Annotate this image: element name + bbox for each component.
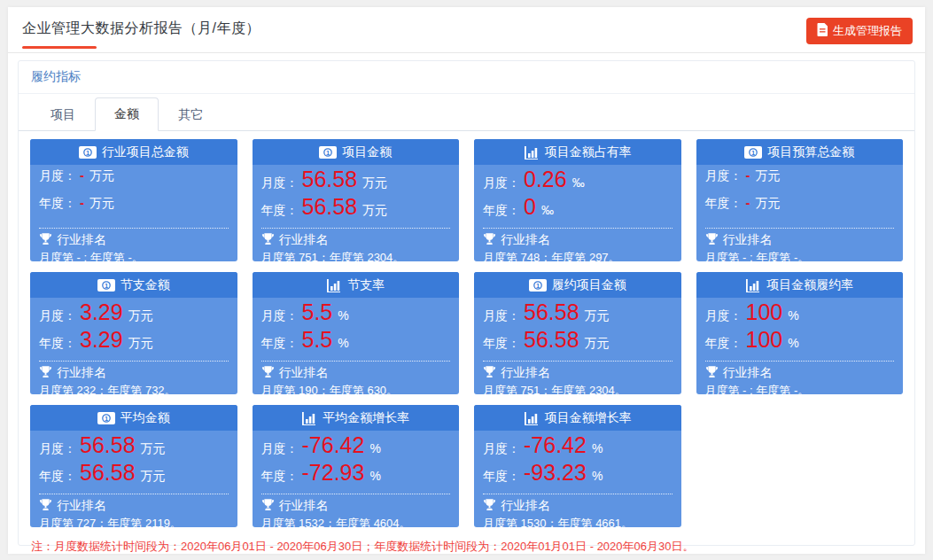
industry-rank-title: 行业排名 — [483, 232, 673, 248]
bar-chart-icon — [326, 278, 342, 292]
month-label: 月度： — [705, 168, 743, 184]
year-value: -72.93 — [302, 462, 365, 484]
year-label: 年度： — [261, 336, 299, 352]
metric-card-title: 项目金额 — [342, 144, 392, 160]
month-unit: % — [788, 308, 798, 323]
year-label: 年度： — [705, 336, 743, 352]
industry-rank-title: 行业排名 — [39, 232, 229, 248]
trophy-icon — [39, 232, 52, 248]
metric-card: 1 节支率 月度： 5.5 % 年度： — [253, 272, 460, 394]
industry-rank-title: 行业排名 — [705, 232, 895, 248]
month-metric-row: 月度： - 万元 — [39, 168, 229, 196]
metric-card-header: 1 平均金额增长率 — [253, 405, 460, 431]
metric-card: 1 平均金额增长率 月度： -76.42 % 年度： — [253, 405, 460, 527]
year-value: 3.29 — [80, 329, 123, 351]
year-metric-row: 年度： 56.58 万元 — [261, 196, 451, 223]
industry-rank-title: 行业排名 — [39, 365, 229, 381]
industry-rank-title: 行业排名 — [261, 232, 451, 248]
industry-rank-label: 行业排名 — [57, 498, 106, 514]
money-icon: 1 — [97, 412, 115, 424]
trophy-icon — [39, 498, 52, 514]
money-icon: 1 — [529, 279, 547, 292]
year-label: 年度： — [483, 336, 520, 352]
generate-report-button[interactable]: 生成管理报告 — [806, 18, 913, 44]
year-label: 年度： — [39, 196, 76, 212]
month-unit: 万元 — [141, 441, 166, 457]
industry-rank-title: 行业排名 — [483, 365, 673, 381]
month-metric-row: 月度： -76.42 % — [261, 434, 451, 462]
industry-rank-text: 月度第 1530；年度第 4661。 — [483, 516, 673, 527]
metric-card-header: 1 项目预算总金额 — [696, 139, 904, 165]
month-value: 100 — [746, 301, 783, 323]
dotted-divider — [39, 361, 229, 362]
month-metric-row: 月度： 5.5 % — [261, 301, 451, 329]
document-icon — [817, 23, 828, 39]
trophy-icon — [261, 232, 275, 248]
metric-card-title: 项目金额占有率 — [545, 144, 632, 160]
industry-rank-label: 行业排名 — [501, 232, 550, 248]
year-metric-row: 年度： -72.93 % — [261, 462, 451, 489]
svg-text:1: 1 — [326, 148, 330, 156]
year-label: 年度： — [261, 469, 299, 485]
year-value: 56.58 — [524, 329, 579, 351]
metric-card-title: 行业项目总金额 — [102, 144, 189, 160]
year-label: 年度： — [39, 469, 76, 485]
dotted-divider — [261, 361, 451, 362]
bar-chart-icon — [745, 278, 761, 292]
month-value: - — [746, 168, 750, 182]
month-label: 月度： — [261, 441, 299, 457]
month-unit: 万元 — [585, 308, 610, 324]
industry-rank-text: 月度第 190；年度第 630。 — [261, 383, 451, 394]
industry-rank-text: 月度第 - ; 年度第 -。 — [39, 250, 229, 261]
industry-rank-text: 月度第 232；年度第 732。 — [39, 383, 229, 394]
metric-card: 1 行业项目总金额 月度： - 万元 年度： — [30, 139, 237, 261]
industry-rank-text: 月度第 751；年度第 2304。 — [261, 250, 451, 261]
year-value: -93.23 — [524, 462, 587, 484]
dotted-divider — [483, 494, 673, 494]
svg-text:1: 1 — [105, 281, 108, 289]
year-unit: 万元 — [585, 336, 610, 352]
tab-其它[interactable]: 其它 — [159, 98, 222, 131]
year-metric-row: 年度： -93.23 % — [483, 462, 673, 489]
month-unit: % — [338, 308, 348, 323]
tab-项目[interactable]: 项目 — [31, 98, 95, 131]
footnote: 注：月度数据统计时间段为：2020年06月01日 - 2020年06月30日；年… — [19, 527, 914, 555]
money-icon: 1 — [79, 146, 97, 159]
industry-rank-label: 行业排名 — [501, 498, 550, 514]
month-value: 5.5 — [302, 301, 333, 323]
money-icon: 1 — [97, 279, 115, 292]
industry-rank-title: 行业排名 — [261, 498, 451, 514]
metric-card-body: 月度： 0.26 ‰ 年度： 0 ‰ — [474, 165, 681, 261]
month-unit: 万元 — [128, 308, 153, 324]
svg-text:1: 1 — [86, 148, 89, 156]
industry-rank-label: 行业排名 — [723, 365, 773, 381]
month-label: 月度： — [39, 441, 76, 457]
month-value: 56.58 — [302, 168, 358, 191]
month-value: 56.58 — [80, 434, 136, 456]
tab-bar: 项目 金额 其它 — [19, 94, 914, 131]
month-metric-row: 月度： -76.42 % — [483, 434, 673, 462]
dotted-divider — [483, 228, 673, 229]
page-title: 企业管理大数据分析报告（月/年度） — [22, 19, 911, 38]
month-unit: 万元 — [362, 175, 387, 191]
month-label: 月度： — [261, 175, 299, 191]
month-unit: % — [369, 441, 380, 455]
dotted-divider — [261, 494, 451, 494]
month-metric-row: 月度： 56.58 万元 — [261, 168, 451, 196]
metric-card-header: 1 行业项目总金额 — [30, 139, 237, 165]
industry-rank-label: 行业排名 — [57, 232, 106, 248]
month-unit: % — [592, 441, 603, 455]
metric-card-body: 月度： 56.58 万元 年度： 56.58 万元 — [474, 298, 681, 394]
month-label: 月度： — [261, 308, 299, 324]
month-value: -76.42 — [302, 434, 365, 456]
industry-rank-text: 月度第 751；年度第 2304。 — [483, 383, 673, 394]
industry-rank-text: 月度第 1532；年度第 4604。 — [261, 516, 451, 527]
metric-card: 1 项目金额占有率 月度： 0.26 ‰ 年度： — [474, 139, 681, 261]
month-metric-row: 月度： 3.29 万元 — [39, 301, 229, 329]
month-metric-row: 月度： - 万元 — [705, 168, 895, 196]
industry-rank-label: 行业排名 — [57, 365, 106, 381]
page-header: 企业管理大数据分析报告（月/年度） 生成管理报告 — [8, 7, 925, 53]
metric-card-header: 1 项目金额占有率 — [474, 139, 681, 165]
year-label: 年度： — [483, 203, 520, 219]
tab-金额[interactable]: 金额 — [95, 97, 159, 131]
